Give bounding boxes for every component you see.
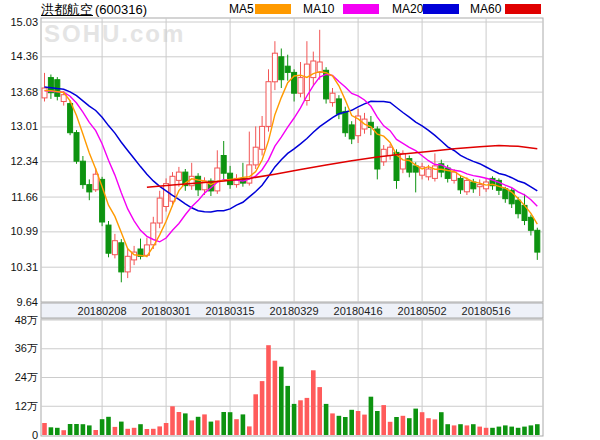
volume-axis-label: 0 — [0, 429, 38, 440]
volume-bar — [497, 427, 502, 435]
candle-up — [157, 198, 162, 223]
price-axis-label: 15.03 — [0, 16, 38, 29]
candlesticks — [42, 30, 540, 282]
volume-bar — [55, 428, 60, 435]
volume-bar — [49, 427, 54, 435]
volume-bar — [381, 405, 386, 435]
candle-up — [151, 223, 156, 245]
candle-up — [298, 78, 303, 94]
volume-bar — [68, 424, 73, 435]
volume-bar — [535, 424, 540, 435]
volume-bar — [81, 424, 86, 435]
candle-down — [74, 133, 79, 162]
volume-bar — [260, 381, 265, 435]
candle-up — [125, 256, 130, 272]
volume-bar — [177, 412, 182, 435]
volume-axis-label: 24万 — [0, 371, 38, 384]
ma20-line — [45, 87, 538, 212]
candle-down — [106, 225, 111, 253]
volume-bar — [87, 425, 92, 435]
candle-down — [80, 161, 85, 184]
volume-bar — [305, 398, 310, 435]
volume-bar — [490, 428, 495, 435]
candle-down — [349, 125, 354, 139]
volume-bar — [279, 367, 284, 435]
volume-bar — [522, 427, 527, 435]
candle-down — [336, 99, 341, 114]
price-axis-label: 13.68 — [0, 86, 38, 99]
volume-bar — [356, 411, 361, 435]
volume-bar — [503, 425, 508, 435]
chart-canvas — [0, 0, 600, 440]
volume-bar — [157, 426, 162, 435]
candle-up — [93, 174, 98, 190]
candle-up — [42, 88, 47, 98]
volume-bar — [298, 400, 303, 435]
candle-up — [260, 126, 265, 149]
volume-bar — [471, 424, 476, 435]
volume-bar — [266, 345, 271, 435]
date-axis-label: 20180516 — [454, 304, 518, 319]
price-axis-label: 9.64 — [0, 296, 38, 309]
volume-bar — [132, 428, 137, 435]
volume-bar — [426, 418, 431, 435]
volume-bar — [61, 430, 66, 435]
volume-axis-label: 36万 — [0, 342, 38, 355]
volume-bar — [202, 414, 207, 435]
volume-bar — [407, 418, 412, 435]
volume-bar — [221, 412, 226, 435]
volume-bar — [164, 423, 169, 435]
date-axis-label: 20180416 — [326, 304, 390, 319]
volume-bar — [330, 413, 335, 435]
candle-up — [164, 184, 169, 207]
volume-bar — [477, 427, 482, 435]
candle-up — [272, 53, 277, 82]
volume-bar — [401, 416, 406, 435]
volume-bar — [138, 424, 143, 435]
volume-bar — [458, 424, 463, 435]
volume-bar — [183, 413, 188, 435]
volume-bar — [241, 414, 246, 435]
volume-axis-label: 48万 — [0, 314, 38, 327]
price-axis-label: 10.99 — [0, 225, 38, 238]
candle-down — [119, 243, 124, 272]
candle-down — [528, 217, 533, 230]
volume-bar — [234, 419, 239, 435]
volume-bar — [228, 412, 233, 435]
candle-up — [112, 241, 117, 255]
volume-bar — [317, 387, 322, 435]
volume-bar — [42, 423, 47, 435]
volume-bar — [93, 430, 98, 435]
price-pane — [41, 18, 543, 302]
volume-bar — [113, 427, 118, 435]
volume-bar — [106, 417, 111, 435]
volume-bar — [362, 415, 367, 435]
date-axis-label: 20180301 — [134, 304, 198, 319]
candle-up — [266, 82, 271, 127]
volume-bar — [292, 404, 297, 435]
price-axis-label: 13.01 — [0, 120, 38, 133]
volume-bar — [337, 416, 342, 435]
volume-bar — [413, 409, 418, 435]
volume-bar — [343, 417, 348, 435]
volume-axis-label: 12万 — [0, 400, 38, 413]
candle-down — [68, 104, 73, 133]
candle-up — [215, 168, 220, 191]
candle-down — [471, 182, 476, 189]
volume-bar — [196, 417, 201, 435]
date-axis-label: 20180315 — [198, 304, 262, 319]
volume-bar — [439, 412, 444, 435]
volume-bar — [420, 412, 425, 435]
volume-bar — [285, 386, 290, 435]
date-axis-label: 20180329 — [262, 304, 326, 319]
candle-down — [285, 66, 290, 72]
volume-bar — [100, 419, 105, 435]
candle-down — [279, 57, 284, 80]
candle-down — [535, 230, 540, 252]
price-axis-label: 14.36 — [0, 50, 38, 63]
volume-bar — [465, 425, 470, 435]
candle-up — [247, 165, 252, 183]
volume-bar — [516, 428, 521, 435]
stock-chart-page: 洪都航空(600316) MA5 MA10 MA20 MA60 SOHU.com… — [0, 0, 600, 440]
candle-down — [87, 185, 92, 192]
